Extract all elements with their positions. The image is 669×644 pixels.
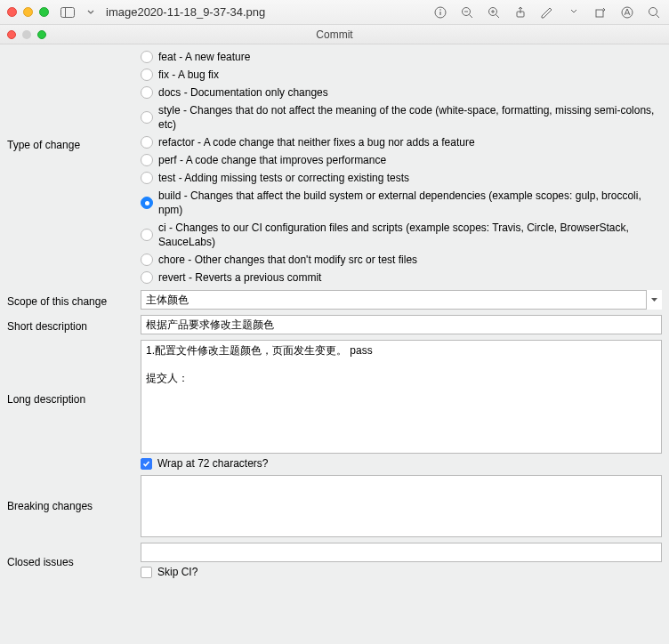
radio-indicator [141, 271, 153, 284]
type-of-change-label: Type of change [7, 50, 141, 151]
zoom-out-icon[interactable] [459, 4, 475, 20]
share-icon[interactable] [512, 4, 528, 20]
radio-indicator [141, 111, 153, 124]
svg-point-15 [649, 7, 657, 15]
svg-line-16 [657, 14, 660, 18]
radio-indicator [141, 197, 153, 209]
closed-issues-label: Closed issues [7, 552, 141, 568]
markup-icon[interactable] [539, 4, 555, 20]
radio-indicator [141, 229, 153, 241]
rotate-icon[interactable] [592, 4, 609, 20]
type-radio-option[interactable]: revert - Reverts a previous commit [141, 270, 662, 285]
radio-label: revert - Reverts a previous commit [158, 270, 321, 285]
dialog-close-button[interactable] [7, 30, 16, 39]
type-radio-option[interactable]: fix - A bug fix [141, 68, 662, 82]
type-radio-option[interactable]: feat - A new feature [141, 50, 662, 64]
search-icon[interactable] [646, 4, 662, 20]
chevron-down-small-icon[interactable] [566, 4, 582, 20]
radio-label: build - Changes that affect the build sy… [158, 189, 662, 217]
type-radio-option[interactable]: chore - Other changes that don't modify … [141, 253, 662, 267]
radio-label: feat - A new feature [158, 50, 250, 64]
outer-traffic-lights [7, 7, 49, 17]
radio-indicator [141, 136, 153, 149]
type-radio-option[interactable]: docs - Documentation only changes [141, 85, 662, 100]
svg-rect-0 [61, 7, 75, 17]
scope-select[interactable]: 主体颜色 [141, 290, 662, 310]
type-radio-option[interactable]: ci - Changes to our CI configuration fil… [141, 221, 662, 249]
type-radio-option[interactable]: build - Changes that affect the build sy… [141, 189, 662, 217]
scope-label: Scope of this change [7, 292, 141, 308]
type-radio-option[interactable]: style - Changes that do not affect the m… [141, 103, 662, 132]
fullscreen-window-button[interactable] [39, 7, 49, 17]
zoom-in-icon[interactable] [486, 4, 502, 20]
radio-label: refactor - A code change that neither fi… [158, 135, 475, 149]
radio-label: style - Changes that do not affect the m… [158, 103, 662, 132]
breaking-changes-textarea[interactable] [141, 475, 662, 537]
svg-point-3 [439, 9, 441, 11]
short-desc-label: Short description [7, 317, 141, 333]
skip-ci-label: Skip CI? [157, 566, 197, 578]
wrap-checkbox-label: Wrap at 72 characters? [157, 457, 269, 470]
radio-label: fix - A bug fix [158, 68, 219, 82]
minimize-window-button[interactable] [23, 7, 33, 17]
radio-indicator [141, 154, 153, 166]
radio-label: chore - Other changes that don't modify … [158, 253, 417, 267]
dialog-minimize-button[interactable] [22, 30, 31, 39]
breaking-label: Breaking changes [7, 475, 141, 512]
close-window-button[interactable] [7, 7, 17, 17]
radio-indicator [141, 86, 153, 99]
dialog-title: Commit [0, 28, 669, 41]
svg-line-9 [496, 14, 500, 18]
svg-line-6 [470, 14, 473, 18]
type-radio-option[interactable]: test - Adding missing tests or correctin… [141, 171, 662, 185]
annotate-icon[interactable] [619, 4, 635, 20]
svg-rect-13 [596, 10, 603, 17]
radio-indicator [141, 172, 153, 184]
wrap-checkbox[interactable] [141, 458, 152, 470]
sidebar-toggle-icon[interactable] [60, 4, 76, 20]
radio-label: perf - A code change that improves perfo… [158, 153, 386, 167]
radio-label: ci - Changes to our CI configuration fil… [158, 221, 662, 249]
skip-ci-checkbox[interactable] [141, 567, 152, 578]
short-description-input[interactable] [141, 315, 662, 334]
outer-window-title: image2020-11-18_9-37-34.png [106, 5, 265, 19]
long-desc-label: Long description [7, 340, 141, 406]
outer-window-titlebar: image2020-11-18_9-37-34.png [0, 0, 669, 25]
chevron-down-icon[interactable] [83, 4, 99, 20]
radio-indicator [141, 254, 153, 266]
type-radio-option[interactable]: perf - A code change that improves perfo… [141, 153, 662, 167]
closed-issues-input[interactable] [141, 543, 662, 562]
info-icon[interactable] [432, 4, 448, 20]
type-of-change-radio-group: feat - A new featurefix - A bug fixdocs … [141, 50, 662, 285]
type-radio-option[interactable]: refactor - A code change that neither fi… [141, 135, 662, 149]
commit-dialog-titlebar: Commit [0, 25, 669, 44]
inner-traffic-lights [7, 30, 46, 39]
dialog-zoom-button[interactable] [37, 30, 46, 39]
radio-label: docs - Documentation only changes [158, 85, 328, 100]
radio-indicator [141, 68, 153, 81]
commit-form: Type of change feat - A new featurefix -… [0, 44, 669, 644]
scope-select-wrap: 主体颜色 [141, 290, 662, 310]
long-description-textarea[interactable] [141, 340, 662, 454]
radio-indicator [141, 51, 153, 63]
radio-label: test - Adding missing tests or correctin… [158, 171, 409, 185]
